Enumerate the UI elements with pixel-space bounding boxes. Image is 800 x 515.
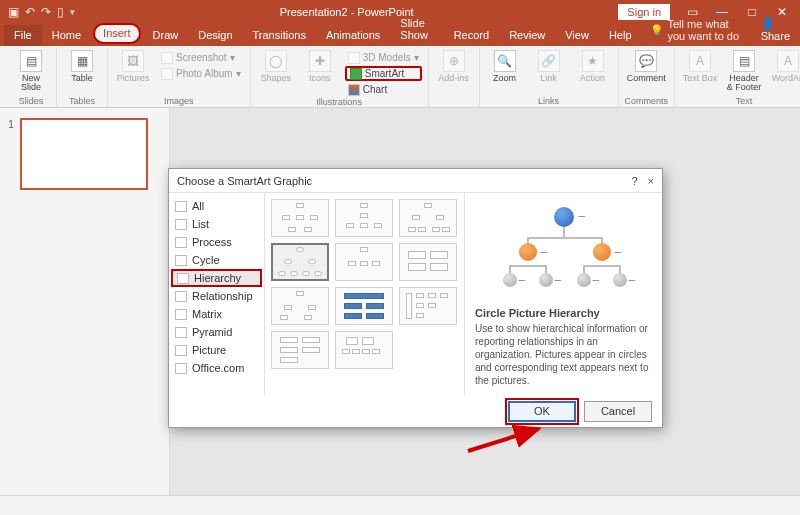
smartart-button[interactable]: SmartArt <box>345 66 422 81</box>
preview-diagram: – – – – – – – <box>475 201 652 303</box>
save-icon[interactable]: ▣ <box>8 5 19 19</box>
dialog-help-button[interactable]: ? <box>631 175 637 187</box>
header-footer-button[interactable]: ▤Header & Footer <box>725 50 763 93</box>
start-slideshow-icon[interactable]: ▯ <box>57 5 64 19</box>
table-label: Table <box>71 74 93 83</box>
tell-me-label: Tell me what you want to do <box>668 18 743 42</box>
layout-tile[interactable] <box>335 199 393 237</box>
ok-button[interactable]: OK <box>508 401 576 422</box>
tab-help[interactable]: Help <box>599 25 642 46</box>
qat-more-icon[interactable]: ▾ <box>70 7 75 17</box>
tab-slideshow[interactable]: Slide Show <box>390 13 443 46</box>
table-button[interactable]: ▦Table <box>63 50 101 83</box>
group-tables-label: Tables <box>69 96 95 106</box>
share-button[interactable]: 👤Share <box>751 13 800 46</box>
share-icon: 👤 <box>761 17 775 29</box>
smartart-icon <box>350 68 362 80</box>
icons-button[interactable]: ✚Icons <box>301 50 339 83</box>
category-process[interactable]: Process <box>169 233 264 251</box>
layout-tile[interactable] <box>335 331 393 369</box>
group-slides: ▤New Slide Slides <box>6 48 57 107</box>
shapes-button[interactable]: ◯Shapes <box>257 50 295 83</box>
category-all[interactable]: All <box>169 197 264 215</box>
link-icon: 🔗 <box>538 50 560 72</box>
tell-me-search[interactable]: 💡Tell me what you want to do <box>642 14 751 46</box>
category-matrix[interactable]: Matrix <box>169 305 264 323</box>
category-office-com[interactable]: Office.com <box>169 359 264 377</box>
table-icon: ▦ <box>71 50 93 72</box>
tab-animations[interactable]: Animations <box>316 25 390 46</box>
category-matrix-label: Matrix <box>192 308 222 320</box>
addins-icon: ⊕ <box>443 50 465 72</box>
tab-design[interactable]: Design <box>188 25 242 46</box>
zoom-button[interactable]: 🔍Zoom <box>486 50 524 83</box>
textbox-button[interactable]: AText Box <box>681 50 719 83</box>
group-images: 🖼Pictures Screenshot ▾ Photo Album ▾ Ima… <box>108 48 251 107</box>
dialog-close-button[interactable]: × <box>648 175 654 187</box>
pictures-button[interactable]: 🖼Pictures <box>114 50 152 83</box>
3d-models-icon <box>348 52 360 64</box>
status-bar <box>0 495 800 515</box>
layout-tile-selected[interactable] <box>271 243 329 281</box>
layout-tile[interactable] <box>335 287 393 325</box>
slide-thumbnail-1[interactable] <box>20 118 148 190</box>
screenshot-button[interactable]: Screenshot ▾ <box>158 50 244 65</box>
new-slide-icon: ▤ <box>20 50 42 72</box>
pictures-icon: 🖼 <box>122 50 144 72</box>
group-comments: 💬Comment Comments <box>619 48 676 107</box>
wordart-icon: A <box>777 50 799 72</box>
category-cycle[interactable]: Cycle <box>169 251 264 269</box>
layout-tile[interactable] <box>399 199 457 237</box>
tab-file[interactable]: File <box>4 25 42 46</box>
textbox-icon: A <box>689 50 711 72</box>
group-text: AText Box ▤Header & Footer AWordArt Text <box>675 48 800 107</box>
layout-tile[interactable] <box>271 287 329 325</box>
chart-label: Chart <box>363 84 387 95</box>
slide-number: 1 <box>8 118 14 190</box>
tab-insert[interactable]: Insert <box>93 23 141 44</box>
redo-icon[interactable]: ↷ <box>41 5 51 19</box>
slide-thumbnail-panel: 1 <box>0 108 170 495</box>
tab-home[interactable]: Home <box>42 25 91 46</box>
addins-button[interactable]: ⊕Add-ins <box>435 50 473 83</box>
share-label: Share <box>761 30 790 42</box>
tab-record[interactable]: Record <box>444 25 499 46</box>
wordart-button[interactable]: AWordArt <box>769 50 800 83</box>
action-button[interactable]: ★Action <box>574 50 612 83</box>
dialog-titlebar: Choose a SmartArt Graphic ? × <box>169 169 662 193</box>
chart-icon <box>348 84 360 96</box>
group-images-label: Images <box>164 96 194 106</box>
category-list[interactable]: List <box>169 215 264 233</box>
tab-review[interactable]: Review <box>499 25 555 46</box>
icons-label: Icons <box>309 74 331 83</box>
3d-models-button[interactable]: 3D Models ▾ <box>345 50 422 65</box>
new-slide-button[interactable]: ▤New Slide <box>12 50 50 93</box>
category-office-icon <box>175 363 187 374</box>
category-picture-icon <box>175 345 187 356</box>
undo-icon[interactable]: ↶ <box>25 5 35 19</box>
pictures-label: Pictures <box>117 74 150 83</box>
tab-draw[interactable]: Draw <box>143 25 189 46</box>
group-illustrations-label: Illustrations <box>316 97 362 107</box>
category-hierarchy[interactable]: Hierarchy <box>171 269 262 287</box>
chart-button[interactable]: Chart <box>345 82 422 97</box>
category-hierarchy-icon <box>177 273 189 284</box>
group-links-label: Links <box>538 96 559 106</box>
photo-album-button[interactable]: Photo Album ▾ <box>158 66 244 81</box>
layout-tile[interactable] <box>271 199 329 237</box>
layout-tile[interactable] <box>335 243 393 281</box>
layout-tile[interactable] <box>271 331 329 369</box>
category-relationship[interactable]: Relationship <box>169 287 264 305</box>
category-pyramid[interactable]: Pyramid <box>169 323 264 341</box>
tab-view[interactable]: View <box>555 25 599 46</box>
tab-transitions[interactable]: Transitions <box>243 25 316 46</box>
bulb-icon: 💡 <box>650 24 664 37</box>
link-button[interactable]: 🔗Link <box>530 50 568 83</box>
cancel-button[interactable]: Cancel <box>584 401 652 422</box>
layout-tile[interactable] <box>399 243 457 281</box>
layout-tile[interactable] <box>399 287 457 325</box>
category-picture[interactable]: Picture <box>169 341 264 359</box>
comment-button[interactable]: 💬Comment <box>627 50 665 83</box>
header-footer-label: Header & Footer <box>725 74 763 93</box>
wordart-label: WordArt <box>772 74 800 83</box>
